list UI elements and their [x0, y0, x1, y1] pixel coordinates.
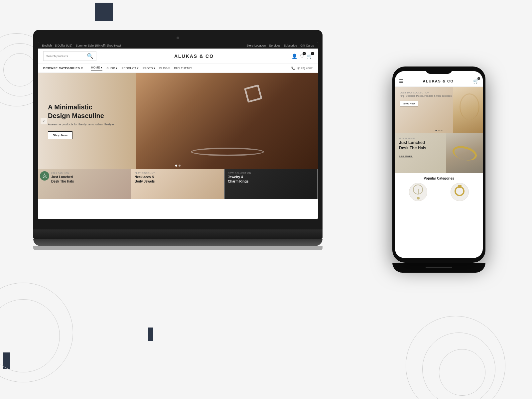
browse-categories-label: BROWSE CATEGORIES [43, 66, 80, 70]
phone-bottom [392, 263, 485, 273]
site-header: 🔍 ALUKAS & CO 👤 ♡ 0 🛒 0 [38, 49, 318, 64]
header-icons: 👤 ♡ 0 🛒 0 [292, 54, 313, 59]
services-link[interactable]: Services [269, 44, 281, 47]
ring-category-circle [451, 183, 469, 201]
phone-screen: ☰ ALUKAS & CO 🛒 0 Lost Day Collection Ri… [395, 71, 483, 258]
product-card-3[interactable]: NEW COLLECTION Jewelry &Charm Rings [224, 169, 318, 199]
nav-blog[interactable]: BLOG ▾ [159, 66, 170, 70]
phone-categories-section: Popular Categories [395, 173, 483, 206]
phone-notch [426, 66, 452, 74]
phone-shop-now-button[interactable]: Shop Now [400, 101, 418, 106]
laptop-base [33, 229, 323, 239]
subscribe-link[interactable]: Subscribe [284, 44, 297, 47]
phone-see-more-link[interactable]: SEE MORE [399, 155, 413, 158]
site-topbar: English $ Dollar (US) Summer Sale 15% of… [38, 43, 318, 49]
account-icon[interactable]: 👤 [292, 54, 297, 59]
language-selector[interactable]: English [42, 44, 52, 47]
phone-home-indicator [426, 267, 452, 268]
phone-banner-dots [436, 130, 443, 131]
phone-category-rings[interactable] [440, 183, 479, 202]
cart-badge: 0 [311, 52, 314, 55]
nav-links: HOME ▾ SHOP ▾ PRODUCT ▾ PAGES ▾ BLOG ▾ B… [91, 66, 286, 70]
phone-banner: Lost Day Collection Ring, Occasion Piece… [395, 87, 483, 133]
product-card-2-content: FLAT DISCOUNT Necklaces &Body Jewels [131, 169, 224, 186]
topbar-right: Store Location Services Subscribe Gift C… [246, 44, 314, 47]
phone-dot-1[interactable] [436, 130, 437, 131]
nav-pages[interactable]: PAGES ▾ [143, 66, 155, 70]
hero-title: A MinimalisticDesign Masculine [48, 103, 114, 120]
phone-banner-image [453, 87, 483, 133]
necklace-category-circle [409, 183, 427, 201]
phone-cart-icon[interactable]: 🛒 0 [473, 78, 479, 84]
nav-home[interactable]: HOME ▾ [91, 66, 103, 70]
decoration-circle-8 [439, 349, 485, 396]
phone-logo: ALUKAS & CO [423, 79, 454, 83]
product-card-1[interactable]: $ 25 2021 FASHION Just LunchedDesk The H… [38, 169, 131, 199]
decoration-circle-5 [0, 299, 60, 372]
phone-number: +(123) 4567 [296, 66, 313, 70]
laptop-screen: English $ Dollar (US) Summer Sale 15% of… [38, 43, 318, 219]
product-badge-2: FLAT DISCOUNT [135, 172, 221, 174]
sale-announcement: Summer Sale 15% off! Shop Now! [76, 44, 121, 47]
hero-jewelry-visual [157, 76, 311, 169]
nav-buy-theme[interactable]: BUY THEME! [174, 66, 192, 70]
decoration-circle-4 [0, 283, 73, 382]
hero-subtitle: Awesome products for the dynamic urban l… [48, 123, 114, 126]
hero-dots [175, 165, 181, 167]
site-nav: BROWSE CATEGORIES ▾ HOME ▾ SHOP ▾ PRODUC… [38, 64, 318, 73]
product-card-2[interactable]: FLAT DISCOUNT Necklaces &Body Jewels [131, 169, 225, 199]
hero-shop-now-button[interactable]: Shop Now [48, 131, 72, 139]
products-strip: $ 25 2021 FASHION Just LunchedDesk The H… [38, 169, 318, 199]
necklace-icon [412, 185, 424, 200]
decoration-square-3 [3, 352, 10, 369]
phone-fashion-card: 2021 FASHION Just LunchedDesk The Hals S… [395, 133, 483, 173]
site-logo: ALUKAS & CO [96, 54, 292, 59]
hero-dot-2[interactable] [179, 165, 181, 167]
laptop-camera-bar [38, 35, 318, 41]
phone-category-necklaces[interactable] [398, 183, 438, 202]
product-name-2: Necklaces &Body Jewels [135, 175, 221, 184]
currency-selector[interactable]: $ Dollar (US) [55, 44, 72, 47]
search-input[interactable] [46, 55, 85, 58]
decoration-square-1 [95, 3, 113, 21]
product-badge-1: 2021 FASHION [51, 172, 128, 174]
gift-cards-link[interactable]: Gift Cards [300, 44, 314, 47]
decoration-square-4 [148, 328, 153, 341]
product-name-1: Just LunchedDesk The Hals [51, 175, 128, 184]
phone-dot-2[interactable] [438, 130, 440, 131]
hero-prev-button[interactable]: ‹ [41, 118, 47, 124]
decoration-circle-7 [422, 332, 495, 399]
phone-categories-title: Popular Categories [398, 177, 479, 180]
browse-categories-button[interactable]: BROWSE CATEGORIES ▾ [43, 66, 83, 70]
hero-banner: A MinimalisticDesign Masculine Awesome p… [38, 73, 318, 169]
laptop-stand [33, 239, 323, 246]
decoration-circle-6 [406, 316, 505, 399]
phone-device: ☰ ALUKAS & CO 🛒 0 Lost Day Collection Ri… [392, 66, 485, 273]
chevron-down-icon: ▾ [81, 66, 83, 70]
phone-cart-badge: 0 [477, 77, 480, 80]
laptop-body: English $ Dollar (US) Summer Sale 15% of… [33, 30, 323, 229]
nav-phone: 📞 +(123) 4567 [291, 66, 313, 70]
store-location-link[interactable]: Store Location [246, 44, 266, 47]
phone-body: ☰ ALUKAS & CO 🛒 0 Lost Day Collection Ri… [392, 66, 485, 263]
search-icon[interactable]: 🔍 [87, 53, 93, 59]
phone-icon: 📞 [291, 66, 295, 70]
decoration-circle-3 [3, 53, 37, 86]
search-box[interactable]: 🔍 [43, 51, 96, 61]
phone-fashion-image [446, 133, 483, 173]
product-badge-3: NEW COLLECTION [228, 172, 314, 174]
wishlist-badge: 0 [303, 52, 306, 55]
phone-menu-icon[interactable]: ☰ [399, 78, 403, 84]
ring-icon [454, 186, 466, 198]
phone-dot-3[interactable] [441, 130, 443, 131]
product-card-3-content: NEW COLLECTION Jewelry &Charm Rings [224, 169, 318, 186]
nav-shop[interactable]: SHOP ▾ [106, 66, 117, 70]
laptop-camera [177, 37, 179, 39]
topbar-left: English $ Dollar (US) Summer Sale 15% of… [42, 44, 121, 47]
wishlist-icon[interactable]: ♡ 0 [300, 54, 304, 59]
cart-icon[interactable]: 🛒 0 [307, 54, 313, 59]
hero-dot-1[interactable] [175, 165, 177, 167]
product-name-3: Jewelry &Charm Rings [228, 175, 314, 184]
hero-content: A MinimalisticDesign Masculine Awesome p… [38, 96, 124, 146]
nav-product[interactable]: PRODUCT ▾ [121, 66, 139, 70]
